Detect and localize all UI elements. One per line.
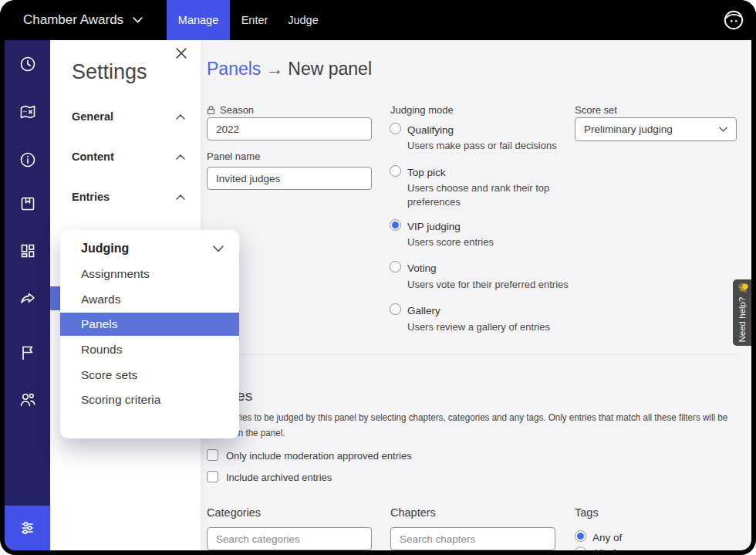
radio-top-pick-desc: Users choose and rank their top preferen… — [407, 181, 571, 209]
section-content-label: Content — [72, 151, 114, 163]
judging-menu-header[interactable]: Judging — [81, 237, 224, 260]
judging-menu-header-label: Judging — [81, 242, 129, 256]
section-entries[interactable]: Entries — [72, 188, 185, 206]
radio-top-pick[interactable] — [390, 165, 401, 177]
radio-voting-label[interactable]: Voting — [407, 262, 437, 274]
need-help-tab[interactable]: Need help? 👋 — [733, 279, 751, 346]
radio-qualifying[interactable] — [390, 123, 401, 134]
radio-gallery[interactable] — [390, 303, 401, 315]
info-icon[interactable] — [19, 151, 37, 169]
filters-description: The entries to be judged by this panel b… — [207, 410, 727, 441]
chapters-label: Chapters — [390, 506, 436, 519]
section-entries-label: Entries — [72, 191, 110, 203]
map-x-icon[interactable] — [19, 103, 37, 121]
chapters-search-input[interactable] — [390, 527, 555, 550]
tab-enter[interactable]: Enter — [230, 0, 279, 40]
judging-menu: Judging Assignments Awards Panels Rounds… — [60, 230, 239, 438]
account-avatar-icon[interactable] — [722, 8, 745, 32]
chevron-up-icon — [176, 195, 185, 200]
score-set-value: Preliminary judging — [584, 124, 673, 135]
radio-selected-dot — [392, 222, 399, 228]
tags-label: Tags — [575, 506, 599, 519]
breadcrumb-panels-link[interactable]: Panels — [207, 59, 261, 79]
menu-item-rounds[interactable]: Rounds — [60, 338, 239, 361]
chevron-up-icon — [176, 114, 185, 120]
chevron-down-icon — [133, 17, 143, 23]
radio-tags-all-of[interactable] — [575, 547, 586, 550]
section-content[interactable]: Content — [72, 147, 185, 166]
radio-qualifying-label[interactable]: Qualifying — [407, 124, 454, 136]
radio-vip-judging-desc: Users score entries — [407, 235, 494, 249]
users-icon[interactable] — [19, 391, 37, 409]
section-divider — [207, 354, 737, 355]
filters-description-line2: judged in the panel. — [207, 425, 727, 441]
top-bar: Chamber Awards Manage Enter Judge — [0, 0, 756, 40]
breadcrumb-arrow: → — [261, 59, 288, 79]
checkbox-moderation-approved-label[interactable]: Only include moderation approved entries — [226, 450, 412, 462]
breadcrumb: Panels→New panel — [207, 59, 372, 80]
menu-item-assignments[interactable]: Assignments — [60, 262, 239, 286]
bookmark-box-icon[interactable] — [19, 195, 37, 213]
score-set-label: Score set — [575, 104, 617, 116]
season-label: Season — [207, 104, 254, 116]
radio-gallery-label[interactable]: Gallery — [407, 305, 440, 316]
radio-top-pick-label[interactable]: Top pick — [407, 167, 446, 178]
season-input[interactable] — [207, 117, 372, 140]
radio-tags-any-of[interactable] — [575, 530, 586, 542]
app-body: Settings General Content Entries Panels … — [5, 40, 751, 550]
categories-search-input[interactable] — [207, 527, 372, 550]
radio-selected-dot — [577, 533, 584, 540]
grid-layout-icon[interactable] — [19, 242, 37, 260]
brand-label: Chamber Awards — [23, 12, 123, 28]
checkbox-include-archived-label[interactable]: Include archived entries — [226, 472, 332, 483]
checkbox-include-archived[interactable] — [207, 471, 218, 482]
categories-label: Categories — [207, 506, 261, 519]
tab-judge-label: Judge — [288, 14, 319, 26]
share-arrow-icon[interactable] — [19, 289, 37, 308]
page-title: New panel — [288, 59, 372, 79]
radio-vip-judging-label[interactable]: VIP judging — [407, 221, 461, 232]
menu-item-awards[interactable]: Awards — [60, 288, 239, 311]
flag-icon[interactable] — [19, 343, 37, 362]
close-icon[interactable] — [176, 48, 191, 63]
clock-icon[interactable] — [19, 55, 37, 73]
filters-description-line1: The entries to be judged by this panel b… — [207, 410, 727, 425]
chevron-down-icon — [213, 245, 224, 252]
radio-qualifying-desc: Users make pass or fail decisions — [407, 139, 557, 153]
menu-item-panels[interactable]: Panels — [60, 313, 239, 336]
radio-voting-desc: Users vote for their preferred entries — [407, 278, 569, 292]
app-window: Chamber Awards Manage Enter Judge — [0, 0, 756, 555]
section-general-label: General — [72, 110, 113, 123]
tab-enter-label: Enter — [241, 14, 268, 26]
tab-manage-label: Manage — [178, 14, 218, 26]
panel-name-label: Panel name — [207, 151, 260, 162]
wave-hand-icon: 👋 — [737, 283, 748, 294]
menu-item-score-sets[interactable]: Score sets — [60, 364, 239, 387]
menu-item-scoring-criteria[interactable]: Scoring criteria — [60, 388, 239, 411]
tab-manage[interactable]: Manage — [167, 0, 230, 40]
chevron-down-icon — [719, 127, 727, 132]
chevron-up-icon — [176, 154, 185, 160]
score-set-select[interactable]: Preliminary judging — [575, 117, 737, 141]
panel-name-input[interactable] — [207, 167, 372, 190]
checkbox-moderation-approved[interactable] — [207, 449, 218, 461]
tab-judge[interactable]: Judge — [279, 0, 327, 40]
lock-icon — [207, 105, 215, 115]
radio-tags-all-of-label[interactable]: All of — [592, 547, 616, 550]
radio-gallery-desc: Users review a gallery of entries — [407, 320, 550, 334]
radio-tags-any-of-label[interactable]: Any of — [592, 532, 622, 543]
radio-vip-judging[interactable] — [390, 219, 401, 231]
section-general[interactable]: General — [72, 107, 185, 126]
radio-voting[interactable] — [390, 261, 401, 272]
judging-mode-label: Judging mode — [390, 104, 454, 116]
drawer-title: Settings — [72, 60, 147, 84]
nav-sidebar — [5, 40, 50, 550]
brand-menu[interactable]: Chamber Awards — [23, 0, 143, 40]
sidebar-item-settings-active[interactable] — [5, 506, 50, 550]
sliders-settings-icon — [19, 519, 37, 537]
need-help-label: Need help? — [737, 297, 747, 343]
